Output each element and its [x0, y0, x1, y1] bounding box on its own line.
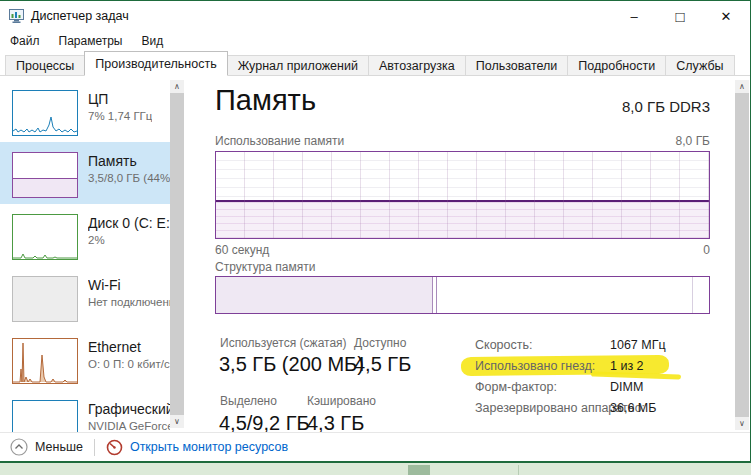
stat-slots-label: Использовано гнезд: — [475, 359, 595, 373]
footer-bar: Меньше Открыть монитор ресурсов — [0, 432, 750, 461]
tab-startup[interactable]: Автозагрузка — [368, 55, 466, 76]
menu-bar: Файл Параметры Вид — [0, 30, 750, 52]
main-scrollbar[interactable]: ∧ ∨ — [735, 80, 749, 430]
sidebar-cpu-title: ЦП — [88, 91, 152, 107]
stat-slots-value: 1 из 2 — [610, 359, 644, 373]
sidebar-item-ethernet[interactable]: Ethernet О: 0 П: 0 кбит/с — [0, 328, 170, 390]
usage-chart-label: Использование памяти — [215, 134, 344, 148]
sidebar-scroll-up-icon[interactable]: ∧ — [170, 80, 184, 93]
sidebar-item-cpu[interactable]: ЦП 7% 1,74 ГГц — [0, 80, 170, 142]
stat-available-value: 4,5 ГБ — [354, 353, 411, 376]
stat-formfactor-value: DIMM — [610, 380, 643, 394]
stat-speed-label: Скорость: — [475, 338, 532, 352]
memory-stats: Используется (сжатая) Доступно 3,5 ГБ (2… — [215, 334, 710, 432]
menu-view[interactable]: Вид — [141, 34, 163, 48]
chevron-up-circle-icon[interactable] — [10, 438, 28, 456]
tab-performance[interactable]: Производительность — [84, 51, 227, 76]
memory-graph-thumbnail — [12, 152, 78, 198]
composition-chart-label: Структура памяти — [215, 260, 315, 274]
stat-committed-value: 4,5/9,2 ГБ — [219, 412, 310, 432]
tab-processes[interactable]: Процессы — [5, 55, 85, 76]
usage-chart-xleft-label: 60 секунд — [215, 243, 269, 257]
memory-usage-graph — [215, 151, 710, 239]
sidebar-scroll-thumb[interactable] — [170, 93, 184, 415]
composition-divider-free — [692, 277, 693, 313]
cpu-graph-thumbnail — [12, 90, 78, 136]
sidebar-gpu-subtitle: NVIDIA GeForce ( — [88, 420, 170, 432]
tab-services[interactable]: Службы — [665, 55, 734, 76]
maximize-button[interactable]: □ — [657, 1, 703, 31]
sidebar-item-gpu[interactable]: Графический NVIDIA GeForce ( — [0, 390, 170, 432]
sidebar-disk-subtitle: 2% — [88, 234, 170, 246]
composition-divider-modified — [436, 277, 437, 313]
tab-details[interactable]: Подробности — [567, 55, 666, 76]
stat-cached-label: Кэшировано — [307, 394, 376, 408]
performance-body: ЦП 7% 1,74 ГГц Память 3,5/8,0 ГБ (44%) — [0, 76, 750, 432]
main-scroll-thumb[interactable] — [735, 93, 749, 417]
menu-options[interactable]: Параметры — [59, 34, 123, 48]
main-scroll-up-icon[interactable]: ∧ — [735, 80, 749, 93]
fewer-details-button[interactable]: Меньше — [35, 440, 83, 454]
stat-inuse-value: 3,5 ГБ (200 МБ) — [219, 353, 364, 376]
performance-sidebar: ЦП 7% 1,74 ГГц Память 3,5/8,0 ГБ (44%) — [0, 76, 192, 432]
task-manager-icon — [9, 9, 24, 23]
task-manager-window: Диспетчер задач – □ ✕ Файл Параметры Вид… — [0, 0, 751, 475]
sidebar-ethernet-subtitle: О: 0 П: 0 кбит/с — [88, 358, 170, 370]
open-resource-monitor-link[interactable]: Открыть монитор ресурсов — [130, 440, 288, 454]
background-app-cell — [408, 465, 430, 475]
stat-reserved-value: 36,6 МБ — [610, 401, 656, 415]
stat-inuse-label: Используется (сжатая) — [220, 336, 347, 350]
composition-inuse — [216, 277, 433, 313]
gpu-graph-thumbnail — [12, 400, 78, 432]
sidebar-item-memory[interactable]: Память 3,5/8,0 ГБ (44%) — [0, 142, 170, 204]
background-window-edge-top — [0, 0, 751, 1]
stat-formfactor-label: Форм-фактор: — [475, 380, 557, 394]
sidebar-disk-title: Диск 0 (C: E: — [88, 215, 170, 231]
memory-composition-bar — [215, 276, 710, 314]
main-scroll-down-icon[interactable]: ∨ — [735, 417, 749, 430]
sidebar-scrollbar[interactable]: ∧ ∨ — [170, 80, 184, 428]
page-title: Память — [215, 84, 316, 117]
resource-monitor-icon — [106, 439, 123, 456]
sidebar-memory-subtitle: 3,5/8,0 ГБ (44%) — [88, 172, 170, 184]
usage-chart-max-label: 8,0 ГБ — [676, 134, 710, 148]
sidebar-scroll-down-icon[interactable]: ∨ — [170, 415, 184, 428]
sidebar-cpu-subtitle: 7% 1,74 ГГц — [88, 110, 152, 122]
sidebar-list: ЦП 7% 1,74 ГГц Память 3,5/8,0 ГБ (44%) — [0, 80, 170, 432]
disk-graph-thumbnail — [12, 214, 78, 260]
footer-divider — [94, 439, 95, 456]
sidebar-gpu-title: Графический — [88, 401, 170, 417]
stat-committed-label: Выделено — [220, 394, 277, 408]
stat-available-label: Доступно — [354, 336, 406, 350]
sidebar-wifi-title: Wi-Fi — [88, 277, 170, 293]
menu-file[interactable]: Файл — [10, 34, 40, 48]
ethernet-graph-thumbnail — [12, 338, 78, 384]
stat-speed-value: 1067 МГц — [610, 338, 666, 352]
window-title: Диспетчер задач — [31, 9, 129, 23]
memory-detail-panel: Память 8,0 ГБ DDR3 Использование памяти … — [213, 76, 710, 432]
usage-chart-xright-label: 0 — [703, 243, 710, 257]
sidebar-wifi-subtitle: Нет подключени — [88, 296, 170, 308]
sidebar-ethernet-title: Ethernet — [88, 339, 170, 355]
tab-bar: Процессы Производительность Журнал прило… — [0, 52, 750, 76]
stat-cached-value: 4,3 ГБ — [307, 412, 364, 432]
background-app-gridline — [518, 465, 519, 475]
close-button[interactable]: ✕ — [703, 1, 749, 31]
title-bar: Диспетчер задач – □ ✕ — [0, 1, 750, 30]
tab-app-history[interactable]: Журнал приложений — [227, 55, 369, 76]
window-controls: – □ ✕ — [611, 1, 749, 31]
background-app-strip — [0, 461, 751, 475]
usage-grid — [216, 152, 709, 238]
sidebar-item-wifi[interactable]: Wi-Fi Нет подключени — [0, 266, 170, 328]
sidebar-item-disk0[interactable]: Диск 0 (C: E: 2% — [0, 204, 170, 266]
sidebar-memory-title: Память — [88, 153, 170, 169]
tab-users[interactable]: Пользователи — [465, 55, 569, 76]
memory-total-label: 8,0 ГБ DDR3 — [622, 98, 710, 115]
wifi-graph-thumbnail — [12, 276, 78, 322]
minimize-button[interactable]: – — [611, 1, 657, 31]
